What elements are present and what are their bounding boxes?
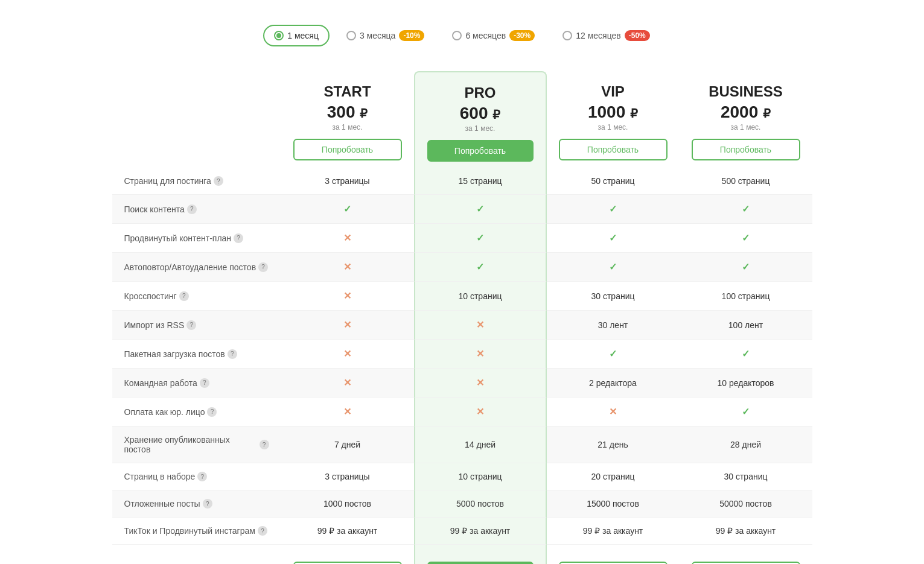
feature-label-text-2: Продвинутый контент-план: [124, 233, 232, 243]
check-icon: ✓: [609, 348, 617, 360]
bottom-btn-cell-business: Попробовать: [680, 545, 812, 564]
check-icon: ✓: [742, 203, 750, 215]
try-btn-top-start[interactable]: Попробовать: [293, 139, 402, 160]
feature-value-8-1: ✕: [414, 398, 547, 426]
question-icon-1[interactable]: ?: [187, 204, 197, 214]
cross-icon: ✕: [343, 406, 351, 417]
question-icon-5[interactable]: ?: [186, 320, 196, 330]
feature-value-10-3: 30 страниц: [680, 463, 812, 490]
try-btn-bottom-start[interactable]: Попробовать: [293, 562, 402, 564]
feature-value-0-3: 500 страниц: [680, 168, 812, 195]
question-icon-12[interactable]: ?: [258, 526, 267, 536]
period-label-6m: 6 месяцев: [465, 31, 506, 40]
feature-value-9-2: 21 день: [547, 426, 680, 463]
bottom-empty: [112, 545, 281, 564]
feature-value-5-3: 100 лент: [680, 311, 812, 340]
feature-value-1-1: ✓: [414, 195, 547, 224]
check-icon: ✓: [742, 348, 750, 360]
feature-value-6-2: ✓: [547, 340, 680, 369]
feature-value-11-1: 5000 постов: [414, 490, 547, 518]
feature-label-6: Пакетная загрузка постов?: [112, 340, 281, 369]
feature-value-4-3: 100 страниц: [680, 282, 812, 311]
feature-value-9-1: 14 дней: [414, 426, 547, 463]
feature-value-0-0: 3 страницы: [281, 168, 414, 195]
plan-name-vip: VIP: [559, 83, 668, 100]
cross-icon: ✕: [476, 348, 484, 360]
feature-label-3: Автоповтор/Автоудаление постов?: [112, 253, 281, 282]
plan-price-vip: 1000 ₽: [559, 103, 668, 122]
feature-label-12: ТикТок и Продвинутый инстаграм?: [112, 518, 281, 545]
feature-value-6-0: ✕: [281, 340, 414, 369]
period-option-12m[interactable]: 12 месяцев-50%: [552, 24, 661, 47]
features-grid: Страниц для постинга?3 страницы15 страни…: [112, 168, 812, 545]
bottom-btn-cell-pro: Попробовать: [414, 545, 547, 564]
period-option-6m[interactable]: 6 месяцев-30%: [441, 24, 546, 47]
feature-value-3-2: ✓: [547, 253, 680, 282]
feature-value-0-1: 15 страниц: [414, 168, 547, 195]
cross-icon: ✕: [343, 290, 351, 302]
period-label-1m: 1 месяц: [287, 31, 319, 40]
period-option-3m[interactable]: 3 месяца-10%: [336, 24, 436, 47]
feature-value-6-1: ✕: [414, 340, 547, 369]
plan-price-pro: 600 ₽: [427, 104, 534, 123]
feature-label-2: Продвинутый контент-план?: [112, 224, 281, 253]
plan-price-business: 2000 ₽: [692, 103, 800, 122]
feature-value-1-3: ✓: [680, 195, 812, 224]
feature-value-3-3: ✓: [680, 253, 812, 282]
empty-header: [112, 71, 281, 168]
plan-period-business: за 1 мес.: [692, 123, 800, 131]
question-icon-2[interactable]: ?: [234, 233, 243, 243]
feature-label-text-5: Импорт из RSS: [124, 320, 185, 330]
feature-value-5-2: 30 лент: [547, 311, 680, 340]
question-icon-3[interactable]: ?: [258, 262, 268, 272]
try-btn-top-business[interactable]: Попробовать: [692, 139, 800, 160]
feature-label-text-9: Хранение опубликованных постов: [124, 435, 257, 454]
cross-icon: ✕: [476, 319, 484, 331]
question-icon-11[interactable]: ?: [203, 499, 212, 509]
check-icon: ✓: [476, 203, 484, 215]
plan-header-business: BUSINESS2000 ₽за 1 мес.Попробовать: [680, 71, 812, 168]
feature-value-2-0: ✕: [281, 224, 414, 253]
pricing-table: START300 ₽за 1 мес.ПопробоватьPRO600 ₽за…: [100, 71, 824, 564]
feature-value-3-1: ✓: [414, 253, 547, 282]
question-icon-10[interactable]: ?: [197, 472, 207, 481]
try-btn-bottom-pro[interactable]: Попробовать: [427, 562, 534, 564]
feature-label-text-11: Отложенные посты: [124, 499, 200, 509]
feature-value-7-3: 10 редакторов: [680, 369, 812, 398]
feature-value-4-1: 10 страниц: [414, 282, 547, 311]
question-icon-0[interactable]: ?: [214, 176, 223, 186]
try-btn-top-vip[interactable]: Попробовать: [559, 139, 668, 160]
check-icon: ✓: [742, 406, 750, 417]
feature-label-7: Командная работа?: [112, 369, 281, 398]
plan-headers: START300 ₽за 1 мес.ПопробоватьPRO600 ₽за…: [112, 71, 812, 168]
feature-value-7-1: ✕: [414, 369, 547, 398]
feature-value-4-2: 30 страниц: [547, 282, 680, 311]
bottom-buttons: ПопробоватьПопробоватьПопробоватьПопробо…: [112, 545, 812, 564]
check-icon: ✓: [609, 261, 617, 273]
cross-icon: ✕: [343, 232, 351, 244]
try-btn-bottom-vip[interactable]: Попробовать: [559, 562, 668, 564]
try-btn-top-pro[interactable]: Попробовать: [427, 140, 534, 162]
try-btn-bottom-business[interactable]: Попробовать: [692, 562, 800, 564]
feature-value-3-0: ✕: [281, 253, 414, 282]
question-icon-6[interactable]: ?: [228, 349, 237, 359]
plan-header-vip: VIP1000 ₽за 1 мес.Попробовать: [547, 71, 680, 168]
question-icon-9[interactable]: ?: [260, 440, 269, 449]
radio-12m: [562, 31, 572, 40]
check-icon: ✓: [343, 203, 351, 215]
check-icon: ✓: [476, 261, 484, 273]
question-icon-8[interactable]: ?: [207, 407, 217, 417]
plan-price-start: 300 ₽: [293, 103, 402, 122]
feature-value-7-0: ✕: [281, 369, 414, 398]
question-icon-4[interactable]: ?: [179, 291, 189, 301]
feature-label-5: Импорт из RSS?: [112, 311, 281, 340]
feature-value-11-0: 1000 постов: [281, 490, 414, 518]
feature-value-2-2: ✓: [547, 224, 680, 253]
feature-value-12-1: 99 ₽ за аккаунт: [414, 518, 547, 545]
question-icon-7[interactable]: ?: [200, 378, 209, 388]
feature-value-1-0: ✓: [281, 195, 414, 224]
feature-value-2-1: ✓: [414, 224, 547, 253]
check-icon: ✓: [609, 203, 617, 215]
period-option-1m[interactable]: 1 месяц: [263, 25, 330, 46]
radio-1m: [274, 31, 284, 40]
